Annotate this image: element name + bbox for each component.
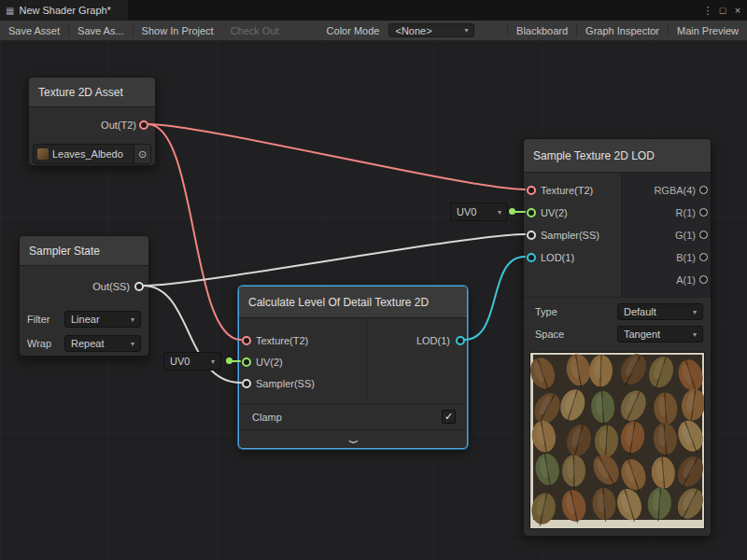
port-row: Out(T2)	[29, 107, 155, 143]
chevron-down-icon: ▾	[498, 208, 501, 217]
a-output-port[interactable]	[699, 275, 708, 284]
space-dropdown[interactable]: Tangent ▾	[617, 326, 703, 343]
node-texture-2d-asset[interactable]: Texture 2D Asset Out(T2) Leaves_Albedo ⊙	[28, 77, 156, 166]
node-preview-image	[529, 352, 705, 529]
port-label-sampler: Sampler(SS)	[256, 378, 315, 389]
object-picker-icon[interactable]: ⊙	[134, 145, 150, 163]
window-controls: ⋮ □ ×	[700, 0, 747, 21]
texture-input-port[interactable]	[527, 186, 536, 195]
uv-input-port[interactable]	[527, 208, 536, 217]
out-ss-port[interactable]	[134, 282, 144, 291]
window-title: New Shader Graph*	[19, 5, 110, 16]
close-icon[interactable]: ×	[730, 0, 745, 21]
color-mode-dropdown[interactable]: <None> ▾	[388, 23, 474, 37]
port-label-rgba: RGBA(4)	[654, 185, 696, 196]
texture-input-port[interactable]	[242, 336, 251, 345]
output-column: LOD(1)	[366, 318, 467, 403]
chevron-down-icon: ▾	[131, 315, 134, 324]
output-column: RGBA(4) R(1) G(1) B(1) A(1)	[621, 173, 711, 297]
port-label-sampler: Sampler(SS)	[541, 230, 599, 241]
uv-port-dot[interactable]	[226, 357, 233, 364]
type-label: Type	[535, 306, 617, 317]
blackboard-button[interactable]: Blackboard	[508, 21, 576, 40]
uv-channel-value: UV0	[170, 356, 190, 367]
wrap-value: Repeat	[71, 338, 104, 349]
uv-channel-dropdown-calc[interactable]: UV0 ▾	[163, 352, 221, 371]
node-sample-texture-2d-lod[interactable]: Sample Texture 2D LOD Texture(T2) UV(2) …	[523, 138, 712, 537]
texture-object-field[interactable]: Leaves_Albedo ⊙	[33, 144, 151, 164]
filter-value: Linear	[71, 314, 100, 325]
space-label: Space	[535, 329, 617, 340]
port-label-b: B(1)	[676, 252, 696, 263]
type-dropdown[interactable]: Default ▾	[617, 303, 703, 320]
maximize-icon[interactable]: □	[715, 0, 730, 21]
port-label-out-t2: Out(T2)	[101, 119, 136, 131]
filter-dropdown[interactable]: Linear ▾	[64, 311, 141, 328]
lod-output-port[interactable]	[456, 336, 465, 345]
uv-channel-dropdown-sample[interactable]: UV0 ▾	[450, 203, 508, 221]
titlebar: ▦ New Shader Graph* ⋮ □ ×	[0, 0, 747, 21]
collapse-control[interactable]: ⌄	[239, 429, 467, 448]
node-settings: Type Default ▾ Space Tangent ▾	[524, 297, 711, 348]
wrap-dropdown[interactable]: Repeat ▾	[64, 335, 141, 352]
node-title[interactable]: Sampler State	[20, 236, 148, 266]
node-title[interactable]: Calculate Level Of Detail Texture 2D	[239, 287, 467, 318]
save-as-button[interactable]: Save As...	[69, 21, 133, 40]
chevron-down-icon: ▾	[693, 308, 697, 316]
b-output-port[interactable]	[699, 253, 708, 261]
wrap-label: Wrap	[27, 338, 64, 349]
type-value: Default	[624, 306, 656, 317]
uv-input-port[interactable]	[242, 357, 251, 367]
wrap-row: Wrap Repeat ▾	[20, 331, 148, 356]
leaves-texture-preview	[530, 353, 705, 528]
port-label-uv: UV(2)	[541, 207, 568, 218]
color-mode-label: Color Mode	[321, 21, 386, 40]
lod-input-port[interactable]	[527, 253, 536, 262]
space-value: Tangent	[624, 329, 660, 340]
shader-graph-window: ▦ New Shader Graph* ⋮ □ × Save Asset Sav…	[0, 0, 747, 560]
sampler-input-port[interactable]	[242, 379, 251, 388]
node-calculate-lod-texture-2d[interactable]: Calculate Level Of Detail Texture 2D Tex…	[238, 286, 468, 449]
node-title[interactable]: Texture 2D Asset	[29, 77, 155, 107]
uv-port-dot[interactable]	[509, 208, 515, 215]
port-label-texture: Texture(T2)	[256, 335, 308, 346]
graph-inspector-button[interactable]: Graph Inspector	[577, 21, 668, 40]
chevron-down-icon: ▾	[211, 357, 215, 366]
main-preview-button[interactable]: Main Preview	[669, 21, 747, 40]
port-label-lod: LOD(1)	[541, 252, 574, 263]
toolbar-right-group: Blackboard Graph Inspector Main Preview	[507, 21, 747, 40]
port-label-r: R(1)	[676, 207, 696, 218]
toolbar: Save Asset Save As... Show In Project Ch…	[0, 21, 747, 41]
clamp-label: Clamp	[252, 412, 282, 423]
node-sampler-state[interactable]: Sampler State Out(SS) Filter Linear ▾ Wr…	[19, 235, 149, 357]
rgba-output-port[interactable]	[699, 186, 708, 194]
uv-channel-value: UV0	[457, 206, 476, 217]
window-tab[interactable]: ▦ New Shader Graph*	[0, 0, 128, 21]
show-in-project-button[interactable]: Show In Project	[134, 21, 222, 40]
port-label-texture: Texture(T2)	[541, 185, 593, 196]
clamp-checkbox[interactable]: ✓	[442, 410, 456, 424]
input-column: Texture(T2) UV(2) Sampler(SS) LOD(1)	[524, 173, 621, 297]
g-output-port[interactable]	[699, 231, 708, 239]
node-title[interactable]: Sample Texture 2D LOD	[524, 139, 711, 173]
port-row: Out(SS)	[20, 266, 148, 307]
input-column: Texture(T2) UV(2) Sampler(SS)	[239, 318, 366, 403]
shader-graph-icon: ▦	[6, 6, 14, 16]
menu-icon[interactable]: ⋮	[700, 0, 715, 21]
check-out-button: Check Out	[222, 21, 288, 40]
clamp-row: Clamp ✓	[239, 403, 467, 429]
port-label-a: A(1)	[676, 274, 696, 286]
sampler-input-port[interactable]	[527, 231, 536, 240]
port-label-g: G(1)	[675, 230, 696, 241]
chevron-down-icon: ⌄	[344, 433, 363, 444]
port-label-uv: UV(2)	[256, 357, 283, 368]
r-output-port[interactable]	[699, 208, 708, 217]
out-t2-port[interactable]	[139, 120, 148, 130]
port-label-out-ss: Out(SS)	[92, 281, 130, 292]
port-label-lod: LOD(1)	[416, 335, 450, 346]
save-asset-button[interactable]: Save Asset	[0, 21, 68, 40]
filter-row: Filter Linear ▾	[20, 307, 148, 331]
texture-thumbnail-icon	[37, 148, 49, 160]
check-icon: ✓	[444, 411, 453, 423]
texture-asset-name: Leaves_Albedo	[52, 148, 134, 160]
